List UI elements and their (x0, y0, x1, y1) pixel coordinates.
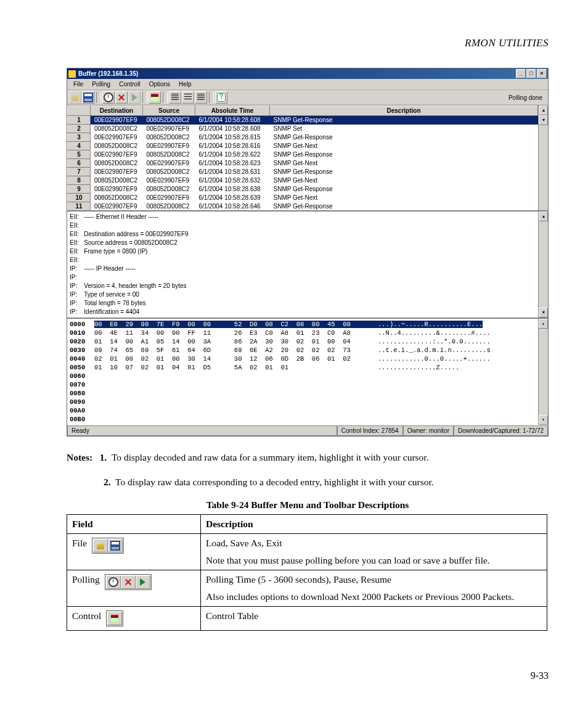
cell-description: SNMP Get-Next (270, 176, 538, 185)
cell-destination: 008052D008C2 (91, 159, 143, 168)
menu-file[interactable]: File (70, 80, 87, 88)
hex-line[interactable]: 00A0 (70, 406, 536, 415)
scroll-up-icon[interactable]: ▴ (539, 319, 548, 329)
table-row[interactable]: 900E029907EF9008052D008C26/1/2004 10:58:… (68, 185, 538, 194)
open-button[interactable] (69, 91, 81, 104)
cell-time: 6/1/2004 10:58:28.632 (195, 176, 270, 185)
table-scrollbar[interactable]: ▴ ▾ (538, 105, 548, 210)
table-row[interactable]: 1100E029907EF9008052D008C26/1/2004 10:58… (68, 202, 538, 211)
close-button[interactable]: × (537, 69, 547, 78)
decode-line[interactable]: IP: Type of service = 00 (70, 290, 536, 299)
scroll-up-icon[interactable]: ▴ (539, 211, 548, 221)
hex-line[interactable]: 0090 (70, 398, 536, 406)
pause-button[interactable] (115, 91, 128, 104)
hex-line[interactable]: 000000 E0 29 90 7E F9 00 80 52 D0 08 C2 … (70, 320, 536, 329)
resume-icon (140, 578, 145, 586)
hex-pane[interactable]: 000000 E0 29 90 7E F9 00 80 52 D0 08 C2 … (67, 319, 538, 425)
hex-line[interactable]: 001000 4E 11 34 00 00 FF 11 26 E3 C0 A8 … (70, 329, 536, 337)
maximize-button[interactable]: □ (526, 69, 536, 78)
status-control-index: Control Index: 27854 (337, 425, 403, 436)
cell-description: SNMP Get-Response (270, 202, 538, 211)
scroll-down-icon[interactable]: ▾ (539, 308, 548, 318)
view3-button[interactable] (195, 91, 207, 104)
row-number: 9 (68, 185, 91, 194)
hex-line[interactable]: 002001 14 00 A1 05 14 00 3A 86 2A 30 30 … (70, 337, 536, 346)
cell-destination: 008052D008C2 (91, 142, 143, 150)
decode-line[interactable]: IP: Total length = 78 bytes (70, 299, 536, 308)
titlebar: Buffer (192.168.1.35) _ □ × (67, 68, 548, 79)
save-icon (83, 92, 93, 102)
help-button[interactable]: ? (215, 91, 227, 104)
table-row[interactable]: 100E029907EF9008052D008C26/1/2004 10:58:… (68, 116, 538, 125)
hex-scrollbar[interactable]: ▴ ▾ (538, 319, 548, 425)
control-desc-1: Control Table (206, 610, 542, 622)
decode-line[interactable]: IP: (70, 273, 536, 282)
cell-time: 6/1/2004 10:58:28.608 (195, 125, 270, 133)
cell-source: 00E029907EF9 (143, 125, 195, 133)
cell-description: SNMP Get-Response (270, 150, 538, 159)
decode-pane[interactable]: EII: ----- Ethernet II Header -----EII:E… (67, 211, 538, 318)
resume-button[interactable] (128, 91, 141, 104)
col-destination[interactable]: Destination (91, 106, 143, 116)
hex-line[interactable]: 00B0 (70, 415, 536, 424)
table-caption: Table 9-24 Buffer Menu and Toolbar Descr… (67, 499, 549, 511)
decode-line[interactable]: EII: Frame type = 0800 (IP) (70, 247, 536, 256)
menu-options[interactable]: Options (145, 80, 174, 88)
view2-button[interactable] (182, 91, 194, 104)
scroll-up-icon[interactable]: ▴ (539, 105, 548, 115)
menu-help[interactable]: Help (175, 80, 195, 88)
menu-control[interactable]: Controll (115, 80, 144, 88)
decode-line[interactable]: EII: (70, 256, 536, 265)
hex-line[interactable]: 0070 (70, 380, 536, 389)
cell-source: 008052D008C2 (143, 150, 195, 159)
decode-line[interactable]: EII: (70, 221, 536, 230)
notes-label: Notes: (67, 452, 92, 462)
field-control-label: Control (72, 610, 101, 622)
save-button[interactable] (82, 91, 94, 104)
table-row[interactable]: 300E029907EF9008052D008C26/1/2004 10:58:… (68, 133, 538, 142)
control-table-button (107, 612, 122, 625)
col-source[interactable]: Source (143, 106, 195, 116)
cell-destination: 008052D008C2 (91, 125, 143, 133)
decode-line[interactable]: EII: ----- Ethernet II Header ----- (70, 213, 536, 221)
table-row[interactable]: 2008052D008C200E029907EF96/1/2004 10:58:… (68, 125, 538, 133)
table-row[interactable]: 8008052D008C200E029907EF96/1/2004 10:58:… (68, 176, 538, 185)
cell-description: SNMP Get-Response (270, 185, 538, 194)
decode-line[interactable]: IP: ----- IP Header ----- (70, 265, 536, 273)
packet-table: Destination Source Absolute Time Descrip… (67, 105, 538, 211)
menubar: File Polling Controll Options Help (67, 79, 548, 90)
hex-line[interactable]: 003009 74 65 69 5F 61 64 6D 69 6E A2 20 … (70, 346, 536, 355)
hex-line[interactable]: 004002 01 00 02 01 00 30 14 30 12 06 0D … (70, 355, 536, 363)
save-button (108, 539, 123, 552)
decode-line[interactable]: IP: Identification = 4404 (70, 308, 536, 316)
scroll-down-icon[interactable]: ▾ (539, 415, 548, 425)
table-row[interactable]: 700E029907EF9008052D008C26/1/2004 10:58:… (68, 168, 538, 176)
col-description[interactable]: Description (270, 106, 538, 116)
open-icon (97, 542, 104, 549)
cell-destination: 00E029907EF9 (91, 133, 143, 142)
polling-time-button[interactable] (102, 91, 115, 104)
decode-scrollbar[interactable]: ▴ ▾ (538, 211, 548, 318)
table-row[interactable]: 4008052D008C200E029907EF96/1/2004 10:58:… (68, 142, 538, 150)
menu-polling[interactable]: Polling (88, 80, 114, 88)
table-row[interactable]: 10008052D008C200E029907EF96/1/2004 10:58… (68, 194, 538, 202)
hex-line[interactable]: 005001 10 07 02 01 04 81 D5 5A 02 01 01 … (70, 363, 536, 372)
table-row: File Load, Save As, Exit Note that you m… (67, 534, 547, 570)
polling-desc-2: Also includes options to download Next 2… (206, 591, 542, 602)
app-icon (68, 70, 76, 78)
col-absolute-time[interactable]: Absolute Time (195, 106, 270, 116)
row-number: 11 (68, 202, 91, 211)
col-index (68, 106, 91, 116)
decode-line[interactable]: EII: Source address = 008052D008C2 (70, 239, 536, 247)
view1-button[interactable] (169, 91, 181, 104)
hex-line[interactable]: 0060 (70, 372, 536, 380)
table-row[interactable]: 6008052D008C200E029907EF96/1/2004 10:58:… (68, 159, 538, 168)
table-row[interactable]: 500E029907EF9008052D008C26/1/2004 10:58:… (68, 150, 538, 159)
hex-line[interactable]: 0080 (70, 389, 536, 398)
control-table-button[interactable] (149, 91, 161, 104)
open-icon (71, 94, 79, 101)
decode-line[interactable]: EII: Destination address = 00E029907EF9 (70, 230, 536, 239)
minimize-button[interactable]: _ (516, 69, 526, 78)
scroll-down-icon[interactable]: ▾ (539, 115, 548, 125)
decode-line[interactable]: IP: Version = 4, header length = 20 byte… (70, 282, 536, 290)
